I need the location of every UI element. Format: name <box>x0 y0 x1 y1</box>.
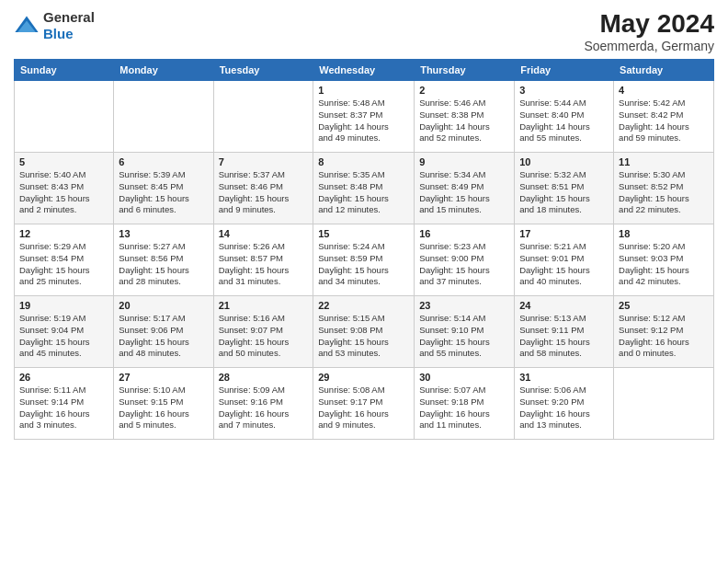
day-info-line: Sunset: 8:57 PM <box>219 253 309 265</box>
day-info: Sunrise: 5:48 AMSunset: 8:37 PMDaylight:… <box>318 98 409 144</box>
day-number: 10 <box>519 156 609 167</box>
day-info: Sunrise: 5:24 AMSunset: 8:59 PMDaylight:… <box>318 241 409 288</box>
day-info-line: Sunrise: 5:07 AM <box>419 385 509 396</box>
day-info-line: and 9 minutes. <box>219 204 309 216</box>
calendar-cell <box>213 81 313 153</box>
calendar-cell: 15Sunrise: 5:24 AMSunset: 8:59 PMDayligh… <box>313 224 415 296</box>
day-info-line: Daylight: 15 hours <box>318 337 409 349</box>
day-info: Sunrise: 5:14 AMSunset: 9:10 PMDaylight:… <box>419 313 509 360</box>
calendar-cell: 30Sunrise: 5:07 AMSunset: 9:18 PMDayligh… <box>415 368 515 440</box>
day-info-line: Sunrise: 5:19 AM <box>19 313 108 325</box>
day-info-line: Sunrise: 5:40 AM <box>19 169 108 181</box>
calendar-cell: 16Sunrise: 5:23 AMSunset: 9:00 PMDayligh… <box>415 224 515 296</box>
day-info: Sunrise: 5:07 AMSunset: 9:18 PMDaylight:… <box>419 385 509 431</box>
day-info-line: Daylight: 15 hours <box>419 193 509 205</box>
calendar-cell: 23Sunrise: 5:14 AMSunset: 9:10 PMDayligh… <box>415 296 515 368</box>
calendar-cell: 11Sunrise: 5:30 AMSunset: 8:52 PMDayligh… <box>614 153 714 224</box>
day-info-line: and 28 minutes. <box>119 276 208 288</box>
day-info-line: Sunset: 8:46 PM <box>219 181 309 193</box>
day-number: 27 <box>119 372 208 383</box>
day-info: Sunrise: 5:13 AMSunset: 9:11 PMDaylight:… <box>519 313 609 360</box>
calendar-cell: 27Sunrise: 5:10 AMSunset: 9:15 PMDayligh… <box>114 368 213 440</box>
day-info-line: and 50 minutes. <box>219 348 309 360</box>
logo: General Blue <box>14 9 95 42</box>
day-info-line: Sunset: 9:03 PM <box>619 253 709 265</box>
day-info: Sunrise: 5:34 AMSunset: 8:49 PMDaylight:… <box>419 169 509 216</box>
day-info: Sunrise: 5:15 AMSunset: 9:08 PMDaylight:… <box>318 313 409 360</box>
day-info-line: Sunrise: 5:17 AM <box>119 313 208 325</box>
day-number: 20 <box>119 300 208 311</box>
day-number: 1 <box>318 85 409 96</box>
weekday-header-row: SundayMondayTuesdayWednesdayThursdayFrid… <box>15 60 714 81</box>
day-number: 7 <box>219 156 309 167</box>
day-number: 18 <box>619 228 709 239</box>
main-title: May 2024 <box>584 9 714 39</box>
day-info-line: Daylight: 16 hours <box>19 408 108 420</box>
day-info: Sunrise: 5:42 AMSunset: 8:42 PMDaylight:… <box>619 98 709 144</box>
calendar-cell: 13Sunrise: 5:27 AMSunset: 8:56 PMDayligh… <box>114 224 213 296</box>
day-info-line: Sunset: 8:51 PM <box>519 181 609 193</box>
day-info: Sunrise: 5:09 AMSunset: 9:16 PMDaylight:… <box>219 385 309 431</box>
calendar-body: 1Sunrise: 5:48 AMSunset: 8:37 PMDaylight… <box>15 81 714 440</box>
day-info-line: and 48 minutes. <box>119 348 208 360</box>
day-info-line: and 7 minutes. <box>219 419 309 431</box>
day-info-line: Daylight: 16 hours <box>619 337 709 349</box>
day-info-line: Daylight: 15 hours <box>219 265 309 277</box>
day-info-line: Sunset: 8:52 PM <box>619 181 709 193</box>
day-info: Sunrise: 5:26 AMSunset: 8:57 PMDaylight:… <box>219 241 309 288</box>
day-number: 30 <box>419 372 509 383</box>
calendar-cell <box>614 368 714 440</box>
day-number: 8 <box>318 156 409 167</box>
day-info-line: Sunrise: 5:39 AM <box>119 169 208 181</box>
day-info-line: and 15 minutes. <box>419 204 509 216</box>
day-info-line: Daylight: 14 hours <box>318 121 409 133</box>
calendar-cell: 5Sunrise: 5:40 AMSunset: 8:43 PMDaylight… <box>15 153 114 224</box>
weekday-friday: Friday <box>515 60 614 81</box>
day-info-line: and 11 minutes. <box>419 419 509 431</box>
day-info-line: Sunrise: 5:27 AM <box>119 241 208 253</box>
day-info-line: and 12 minutes. <box>318 204 409 216</box>
day-info-line: Sunrise: 5:35 AM <box>318 169 409 181</box>
day-info-line: Sunrise: 5:24 AM <box>318 241 409 253</box>
day-info: Sunrise: 5:37 AMSunset: 8:46 PMDaylight:… <box>219 169 309 216</box>
day-info-line: Sunrise: 5:29 AM <box>19 241 108 253</box>
calendar-cell: 1Sunrise: 5:48 AMSunset: 8:37 PMDaylight… <box>313 81 415 153</box>
day-info-line: Daylight: 15 hours <box>219 193 309 205</box>
day-info: Sunrise: 5:06 AMSunset: 9:20 PMDaylight:… <box>519 385 609 431</box>
calendar-cell: 8Sunrise: 5:35 AMSunset: 8:48 PMDaylight… <box>313 153 415 224</box>
day-number: 13 <box>119 228 208 239</box>
calendar-cell: 17Sunrise: 5:21 AMSunset: 9:01 PMDayligh… <box>515 224 614 296</box>
day-info-line: Sunrise: 5:48 AM <box>318 98 409 109</box>
day-info-line: and 40 minutes. <box>519 276 609 288</box>
day-number: 6 <box>119 156 208 167</box>
day-info-line: Daylight: 15 hours <box>119 193 208 205</box>
day-number: 12 <box>19 228 108 239</box>
day-info-line: Daylight: 15 hours <box>119 265 208 277</box>
week-row-4: 19Sunrise: 5:19 AMSunset: 9:04 PMDayligh… <box>15 296 714 368</box>
week-row-3: 12Sunrise: 5:29 AMSunset: 8:54 PMDayligh… <box>15 224 714 296</box>
day-info-line: and 37 minutes. <box>419 276 509 288</box>
week-row-1: 1Sunrise: 5:48 AMSunset: 8:37 PMDaylight… <box>15 81 714 153</box>
day-info-line: Sunset: 8:42 PM <box>619 109 709 121</box>
day-info-line: Sunrise: 5:11 AM <box>19 385 108 396</box>
day-info-line: and 2 minutes. <box>19 204 108 216</box>
day-info-line: and 49 minutes. <box>318 132 409 144</box>
calendar-cell: 25Sunrise: 5:12 AMSunset: 9:12 PMDayligh… <box>614 296 714 368</box>
day-info: Sunrise: 5:27 AMSunset: 8:56 PMDaylight:… <box>119 241 208 288</box>
calendar-cell: 22Sunrise: 5:15 AMSunset: 9:08 PMDayligh… <box>313 296 415 368</box>
day-info-line: Daylight: 15 hours <box>419 265 509 277</box>
day-info: Sunrise: 5:16 AMSunset: 9:07 PMDaylight:… <box>219 313 309 360</box>
calendar-cell: 2Sunrise: 5:46 AMSunset: 8:38 PMDaylight… <box>415 81 515 153</box>
day-info-line: Sunset: 8:45 PM <box>119 181 208 193</box>
day-info-line: Daylight: 14 hours <box>419 121 509 133</box>
day-info-line: Sunset: 9:16 PM <box>219 396 309 408</box>
day-info-line: Sunset: 9:06 PM <box>119 325 208 337</box>
day-info-line: Daylight: 16 hours <box>519 408 609 420</box>
logo-blue: Blue <box>43 26 74 41</box>
day-info-line: Sunrise: 5:08 AM <box>318 385 409 396</box>
weekday-wednesday: Wednesday <box>313 60 415 81</box>
day-number: 15 <box>318 228 409 239</box>
day-info-line: Sunset: 8:40 PM <box>519 109 609 121</box>
day-info-line: Sunset: 8:37 PM <box>318 109 409 121</box>
day-number: 25 <box>619 300 709 311</box>
